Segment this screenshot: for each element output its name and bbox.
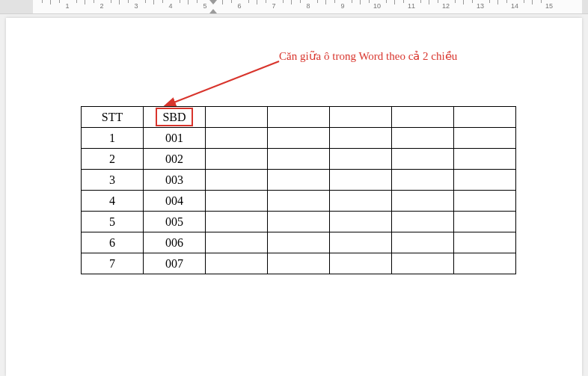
table-header-cell[interactable]: [454, 107, 516, 128]
table-cell[interactable]: [206, 128, 268, 149]
table-cell[interactable]: [392, 149, 454, 170]
table-cell[interactable]: [268, 253, 330, 274]
table-cell[interactable]: [330, 170, 392, 191]
table-cell[interactable]: [392, 253, 454, 274]
ruler-number: 12: [442, 2, 450, 10]
table-cell[interactable]: [392, 232, 454, 253]
table-cell[interactable]: 7: [82, 253, 144, 274]
ruler-number: 14: [511, 2, 518, 10]
table-row: 7007: [82, 253, 516, 274]
ruler-number: 3: [134, 2, 138, 10]
table-cell[interactable]: [268, 149, 330, 170]
table-row: 3003: [82, 170, 516, 191]
table-cell[interactable]: [206, 170, 268, 191]
ruler-number: 8: [306, 2, 310, 10]
hanging-indent-marker[interactable]: [209, 9, 217, 13]
table-cell[interactable]: [454, 212, 516, 232]
table-cell[interactable]: [330, 253, 392, 274]
table-cell[interactable]: 1: [82, 128, 144, 149]
table-cell[interactable]: [206, 191, 268, 212]
annotation-arrow: [163, 57, 290, 109]
table-cell[interactable]: [454, 191, 516, 212]
ruler-number: 13: [477, 2, 484, 10]
table-header-cell[interactable]: SBD: [144, 107, 206, 128]
table-row: 5005: [82, 212, 516, 232]
ruler-number: 6: [237, 2, 241, 10]
table-cell[interactable]: [392, 212, 454, 232]
table-cell[interactable]: 6: [82, 232, 144, 253]
ruler-number: 4: [168, 2, 172, 10]
table-cell[interactable]: [454, 253, 516, 274]
svg-line-0: [172, 61, 279, 103]
table-cell[interactable]: [268, 232, 330, 253]
table-cell[interactable]: [392, 191, 454, 212]
table-cell[interactable]: 5: [82, 212, 144, 232]
table-cell[interactable]: 003: [144, 170, 206, 191]
table-cell[interactable]: 006: [144, 232, 206, 253]
table-row: 4004: [82, 191, 516, 212]
ruler-number: 1: [65, 2, 69, 10]
highlight-box: [156, 108, 193, 126]
table-cell[interactable]: [392, 128, 454, 149]
table-cell[interactable]: [330, 128, 392, 149]
table-header-cell[interactable]: STT: [82, 107, 144, 128]
table-row: 2002: [82, 149, 516, 170]
table-cell[interactable]: [268, 170, 330, 191]
table-cell[interactable]: [206, 149, 268, 170]
table-cell[interactable]: [454, 170, 516, 191]
table-cell[interactable]: [268, 212, 330, 232]
ruler-number: 7: [272, 2, 275, 10]
table-cell[interactable]: [330, 232, 392, 253]
table-header-cell[interactable]: [268, 107, 330, 128]
document-page: Căn giữa ô trong Word theo cả 2 chiều ST…: [6, 18, 582, 376]
table-cell[interactable]: [206, 253, 268, 274]
ruler-number: 5: [203, 2, 206, 10]
table-cell[interactable]: [330, 191, 392, 212]
table-cell[interactable]: [454, 128, 516, 149]
table-cell[interactable]: 001: [144, 128, 206, 149]
table-cell[interactable]: 2: [82, 149, 144, 170]
ruler-number: 11: [408, 2, 415, 10]
table-cell[interactable]: 3: [82, 170, 144, 191]
ruler-number: 10: [373, 2, 381, 10]
table-row: 1001: [82, 128, 516, 149]
table-cell[interactable]: 4: [82, 191, 144, 212]
ruler-number: 2: [99, 2, 103, 10]
table-cell[interactable]: [454, 149, 516, 170]
table-cell[interactable]: [330, 149, 392, 170]
table-cell[interactable]: 005: [144, 212, 206, 232]
table-header-cell[interactable]: [392, 107, 454, 128]
table-cell[interactable]: [392, 170, 454, 191]
annotation-text: Căn giữa ô trong Word theo cả 2 chiều: [279, 49, 457, 63]
table-cell[interactable]: [206, 232, 268, 253]
table-cell[interactable]: 004: [144, 191, 206, 212]
table-cell[interactable]: [268, 191, 330, 212]
table-header-cell[interactable]: [330, 107, 392, 128]
table-row: 6006: [82, 232, 516, 253]
ruler-number: 15: [545, 2, 553, 10]
table-header-row: STTSBD: [82, 107, 516, 128]
table-cell[interactable]: [268, 128, 330, 149]
document-table[interactable]: STTSBD1001200230034004500560067007: [81, 106, 516, 274]
table-cell[interactable]: [330, 212, 392, 232]
table-cell[interactable]: [206, 212, 268, 232]
horizontal-ruler[interactable]: 123456789101112131415: [0, 0, 588, 14]
table-cell[interactable]: 002: [144, 149, 206, 170]
table-cell[interactable]: [454, 232, 516, 253]
table-header-cell[interactable]: [206, 107, 268, 128]
table-cell[interactable]: 007: [144, 253, 206, 274]
ruler-number: 9: [340, 2, 344, 10]
